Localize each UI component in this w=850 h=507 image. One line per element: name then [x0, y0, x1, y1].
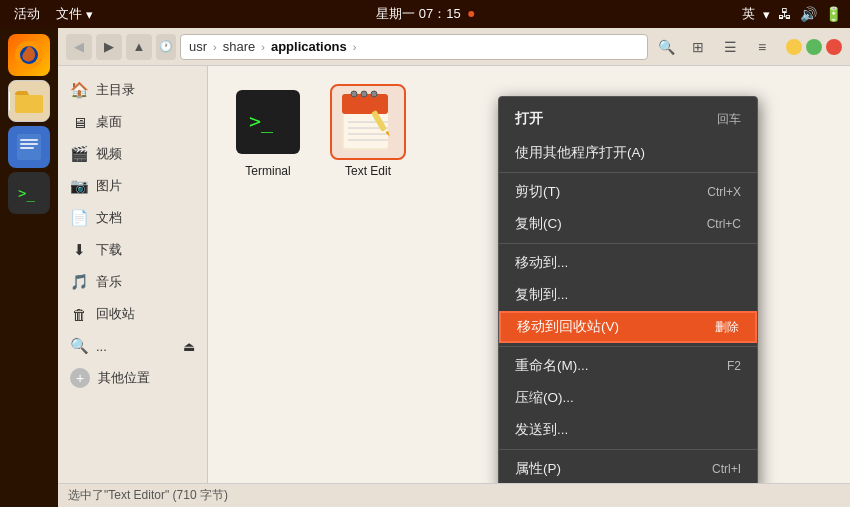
ctx-shortcut-cut: Ctrl+X [707, 185, 741, 199]
path-sep-1: › [213, 41, 217, 53]
writer-icon [14, 132, 44, 162]
dock-icon-writer[interactable] [8, 126, 50, 168]
ctx-label-copy-to: 复制到... [515, 286, 741, 304]
ctx-label-trash: 移动到回收站(V) [517, 318, 715, 336]
ctx-shortcut-copy: Ctrl+C [707, 217, 741, 231]
downloads-icon: ⬇ [70, 241, 88, 259]
path-share[interactable]: share [223, 39, 256, 54]
ctx-label-cut: 剪切(T) [515, 183, 707, 201]
topbar-app-name: 文件 [56, 5, 82, 23]
network-icon[interactable]: 🖧 [778, 6, 792, 22]
fm-path: usr › share › applications › [180, 34, 648, 60]
grid-view-button[interactable]: ⊞ [684, 33, 712, 61]
file-item-textedit[interactable]: Text Edit [328, 86, 408, 180]
power-icon[interactable]: 🔋 [825, 6, 842, 22]
sidebar-item-videos[interactable]: 🎬 视频 [58, 138, 207, 170]
ctx-sep-4 [499, 449, 757, 450]
ctx-item-open-with[interactable]: 使用其他程序打开(A) [499, 137, 757, 169]
sidebar-label-documents: 文档 [96, 209, 122, 227]
fm-content: 🏠 主目录 🖥 桌面 🎬 视频 📷 图片 📄 文档 ⬇ 下载 [58, 66, 850, 483]
svg-rect-5 [20, 143, 38, 145]
ctx-label-copy: 复制(C) [515, 215, 707, 233]
search-sidebar-icon: 🔍 [70, 337, 88, 355]
ctx-item-copy-to[interactable]: 复制到... [499, 279, 757, 311]
sidebar-label-music: 音乐 [96, 273, 122, 291]
topbar-right: 英 ▾ 🖧 🔊 🔋 [742, 5, 842, 23]
ctx-shortcut-properties: Ctrl+I [712, 462, 741, 476]
ctx-item-properties[interactable]: 属性(P) Ctrl+I [499, 453, 757, 483]
path-usr[interactable]: usr [189, 39, 207, 54]
sidebar-item-pictures[interactable]: 📷 图片 [58, 170, 207, 202]
ctx-item-trash[interactable]: 移动到回收站(V) 删除 [499, 311, 757, 343]
window-maximize[interactable] [806, 39, 822, 55]
sidebar-item-other-places[interactable]: + 其他位置 [58, 362, 207, 394]
textedit-icon-visual [336, 90, 400, 154]
topbar-app[interactable]: 文件 ▾ [56, 5, 93, 23]
file-item-terminal[interactable]: >_ Terminal [228, 86, 308, 180]
forward-button[interactable]: ▶ [96, 34, 122, 60]
pictures-icon: 📷 [70, 177, 88, 195]
topbar-time: 星期一 07：15 [376, 5, 461, 23]
window-controls [786, 39, 842, 55]
ctx-sep-3 [499, 346, 757, 347]
dock-icon-files[interactable] [8, 80, 50, 122]
ctx-item-move-to[interactable]: 移动到... [499, 247, 757, 279]
window-close[interactable] [826, 39, 842, 55]
dock-icon-terminal[interactable]: >_ [8, 172, 50, 214]
window-minimize[interactable] [786, 39, 802, 55]
topbar-time-dot [468, 11, 474, 17]
files-icon [13, 87, 45, 115]
sidebar-item-search[interactable]: 🔍 ... ⏏ [58, 330, 207, 362]
sidebar-item-music[interactable]: 🎵 音乐 [58, 266, 207, 298]
context-menu: 打开 回车 使用其他程序打开(A) 剪切(T) Ctrl+X 复制(C) Ctr… [498, 96, 758, 483]
ctx-label-move-to: 移动到... [515, 254, 741, 272]
topbar-app-arrow: ▾ [86, 7, 93, 22]
ctx-item-rename[interactable]: 重命名(M)... F2 [499, 350, 757, 382]
menu-button[interactable]: ≡ [748, 33, 776, 61]
fm-sidebar: 🏠 主目录 🖥 桌面 🎬 视频 📷 图片 📄 文档 ⬇ 下载 [58, 66, 208, 483]
volume-icon[interactable]: 🔊 [800, 6, 817, 22]
back-button[interactable]: ◀ [66, 34, 92, 60]
svg-point-15 [371, 91, 377, 97]
ctx-label-compress: 压缩(O)... [515, 389, 741, 407]
ctx-item-compress[interactable]: 压缩(O)... [499, 382, 757, 414]
sidebar-label-desktop: 桌面 [96, 113, 122, 131]
search-button[interactable]: 🔍 [652, 33, 680, 61]
terminal-label: Terminal [245, 164, 290, 180]
topbar-lang[interactable]: 英 [742, 5, 755, 23]
history-button[interactable]: 🕐 [156, 34, 176, 60]
svg-rect-4 [20, 139, 38, 141]
ctx-item-cut[interactable]: 剪切(T) Ctrl+X [499, 176, 757, 208]
svg-point-13 [351, 91, 357, 97]
topbar-lang-arrow: ▾ [763, 7, 770, 22]
terminal-file-icon: >_ [232, 86, 304, 158]
add-place-button[interactable]: + [70, 368, 90, 388]
dock-icon-firefox[interactable] [8, 34, 50, 76]
sidebar-item-desktop[interactable]: 🖥 桌面 [58, 106, 207, 138]
ctx-label-open-with: 使用其他程序打开(A) [515, 144, 741, 162]
ctx-item-send[interactable]: 发送到... [499, 414, 757, 446]
list-view-button[interactable]: ☰ [716, 33, 744, 61]
sidebar-item-downloads[interactable]: ⬇ 下载 [58, 234, 207, 266]
sidebar-item-documents[interactable]: 📄 文档 [58, 202, 207, 234]
ctx-item-open[interactable]: 打开 回车 [499, 101, 757, 137]
home-icon: 🏠 [70, 81, 88, 99]
topbar-left: 活动 文件 ▾ [8, 3, 93, 25]
sidebar-item-home[interactable]: 🏠 主目录 [58, 74, 207, 106]
activities-button[interactable]: 活动 [8, 3, 46, 25]
statusbar-text: 选中了"Text Editor" (710 字节) [68, 487, 228, 504]
ctx-shortcut-rename: F2 [727, 359, 741, 373]
sidebar-label-pictures: 图片 [96, 177, 122, 195]
path-applications[interactable]: applications [271, 39, 347, 54]
ctx-shortcut-trash: 删除 [715, 319, 739, 336]
sidebar-label-downloads: 下载 [96, 241, 122, 259]
textedit-label: Text Edit [345, 164, 391, 180]
sidebar-item-trash[interactable]: 🗑 回收站 [58, 298, 207, 330]
svg-text:>_: >_ [18, 185, 35, 202]
textedit-file-icon [332, 86, 404, 158]
music-icon: 🎵 [70, 273, 88, 291]
sidebar-eject-icon[interactable]: ⏏ [183, 339, 195, 354]
up-button[interactable]: ▲ [126, 34, 152, 60]
ctx-item-copy[interactable]: 复制(C) Ctrl+C [499, 208, 757, 240]
path-end: › [353, 41, 357, 53]
